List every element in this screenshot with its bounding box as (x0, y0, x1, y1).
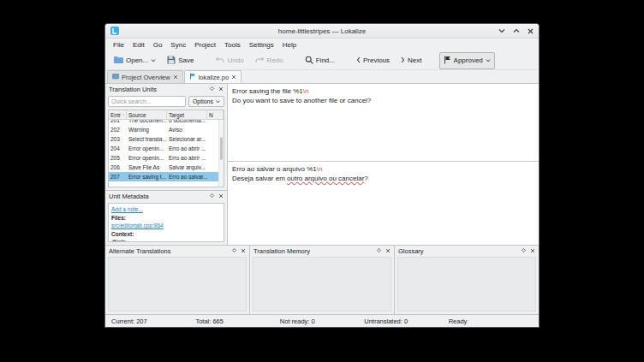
files-label: Files: (111, 215, 126, 221)
close-icon[interactable] (530, 247, 535, 255)
column-entry[interactable]: Entr (109, 110, 127, 119)
add-note-link[interactable]: Add a note... (111, 206, 143, 212)
file-link[interactable]: src/editortab.cpp:864 (111, 223, 164, 228)
tab-close-icon[interactable] (173, 74, 178, 81)
spellcheck-marked-text: outro arquivo ou cancelar (287, 175, 364, 182)
translation-units-panel: Translation Units Options (105, 84, 227, 190)
options-label: Options (193, 98, 213, 104)
window-title: home-littlestripes — Lokalize (105, 27, 539, 35)
unit-metadata-content: Add a note... Files: src/editortab.cpp:8… (108, 203, 224, 242)
scrollbar-thumb[interactable] (220, 137, 223, 160)
close-icon[interactable] (385, 247, 391, 255)
close-icon[interactable] (218, 193, 224, 200)
maximize-icon[interactable] (513, 28, 520, 33)
escape-sequence: \n (317, 165, 323, 173)
tabbar: Project Overview lokalize.po (105, 70, 539, 84)
tab-label: Project Overview (122, 74, 170, 81)
table-row[interactable]: 206 Save File As Salvar arquiv... (109, 163, 224, 172)
float-icon[interactable] (521, 247, 527, 255)
menu-edit[interactable]: Edit (128, 41, 149, 49)
column-target[interactable]: Target (167, 110, 207, 119)
alternate-translations-dock: Alternate Translations (105, 246, 250, 314)
column-notes[interactable]: N (207, 110, 224, 119)
table-row[interactable]: 204 Error openin... Erro ao abrir ... (109, 144, 224, 153)
target-line-2: Deseja salvar em outro arquivo ou cancel… (232, 174, 534, 183)
window-controls (498, 28, 534, 34)
menu-settings[interactable]: Settings (245, 41, 278, 49)
target-line-1: Erro ao salvar o arquivo %1\n (232, 164, 534, 174)
cell-entry: 202 (109, 125, 127, 134)
statusbar: Current: 207 Total: 665 Not ready: 0 Unt… (105, 314, 539, 327)
table-row[interactable]: 205 Error openin... Erro ao abrir ... (109, 153, 224, 163)
tab-label: lokalize.po (199, 74, 229, 81)
chevron-down-icon (486, 56, 491, 64)
project-overview-icon (112, 73, 119, 81)
left-column: Translation Units Options (105, 84, 228, 245)
previous-button[interactable]: Previous (352, 53, 394, 68)
approved-label: Approved (454, 56, 483, 64)
column-source[interactable]: Source (127, 110, 167, 119)
tab-lokalize-po[interactable]: lokalize.po (184, 70, 242, 83)
float-icon[interactable] (209, 86, 215, 93)
menu-file[interactable]: File (109, 41, 128, 49)
editor-area: Error saving the file %1\n Do you want t… (228, 84, 539, 245)
cell-target: Erro ao salvar... (167, 172, 207, 181)
desktop-background: home-littlestripes — Lokalize File Edit … (0, 0, 644, 362)
close-icon[interactable] (528, 28, 534, 34)
find-button[interactable]: Find... (301, 52, 339, 69)
cell-entry: 205 (109, 153, 127, 163)
approved-button[interactable]: Approved (439, 52, 495, 69)
find-label: Find... (316, 56, 335, 64)
table-row-selected[interactable]: 207 Error saving t... Erro ao salvar... (109, 172, 224, 181)
redo-button[interactable]: Redo (251, 53, 288, 68)
main-area: Translation Units Options (105, 84, 539, 245)
close-icon[interactable] (218, 86, 224, 93)
status-not-ready: Not ready: 0 (280, 317, 364, 325)
open-label: Open... (126, 56, 148, 64)
dock-header: Translation Memory (250, 246, 394, 257)
bottom-docks: Alternate Translations Translation Memor… (105, 245, 539, 314)
float-icon[interactable] (231, 247, 237, 255)
table-row[interactable]: 203 Select transla... Selecionar ar... (109, 134, 224, 144)
float-icon[interactable] (209, 193, 215, 200)
app-icon (110, 27, 119, 35)
titlebar[interactable]: home-littlestripes — Lokalize (105, 24, 539, 39)
menu-sync[interactable]: Sync (166, 41, 190, 49)
close-icon[interactable] (241, 247, 246, 255)
redo-label: Redo (267, 56, 283, 64)
cell-source: Error saving t... (127, 172, 167, 181)
menu-project[interactable]: Project (190, 41, 220, 49)
quick-search-input[interactable] (108, 96, 186, 107)
undo-button[interactable]: Undo (211, 53, 247, 68)
table-body: 201 The documen... o documenta... 202 Wa… (109, 116, 224, 187)
cell-source: Select transla... (127, 134, 167, 144)
panel-title: Unit Metadata (109, 193, 149, 200)
table-scrollbar[interactable] (218, 120, 224, 187)
cell-target: Erro ao abrir ... (167, 153, 207, 163)
tab-project-overview[interactable]: Project Overview (107, 70, 183, 83)
float-icon[interactable] (376, 247, 382, 255)
options-button[interactable]: Options (188, 96, 224, 107)
cell-target: Salvar arquiv... (167, 163, 207, 172)
dock-title: Translation Memory (253, 247, 310, 255)
escape-sequence: \n (303, 87, 309, 95)
tab-close-icon[interactable] (231, 74, 236, 81)
dock-header: Glossary (395, 246, 539, 257)
dock-title: Alternate Translations (109, 247, 171, 255)
source-line-2: Do you want to save to another file or c… (232, 96, 534, 105)
menu-go[interactable]: Go (149, 41, 167, 49)
glossary-dock: Glossary (395, 246, 539, 314)
menu-tools[interactable]: Tools (220, 41, 245, 49)
approved-flag-icon (444, 56, 451, 66)
target-text-area[interactable]: Erro ao salvar o arquivo %1\n Deseja sal… (228, 162, 539, 245)
menu-help[interactable]: Help (278, 41, 301, 49)
save-button[interactable]: Save (163, 52, 198, 69)
open-button[interactable]: Open... (110, 52, 160, 68)
status-current: Current: 207 (111, 317, 195, 325)
next-button[interactable]: Next (397, 53, 426, 68)
search-row: Options (105, 95, 227, 110)
minimize-icon[interactable] (498, 28, 505, 33)
next-label: Next (408, 56, 421, 64)
table-row[interactable]: 202 Warning Aviso (109, 125, 224, 134)
source-text-area: Error saving the file %1\n Do you want t… (228, 84, 539, 162)
